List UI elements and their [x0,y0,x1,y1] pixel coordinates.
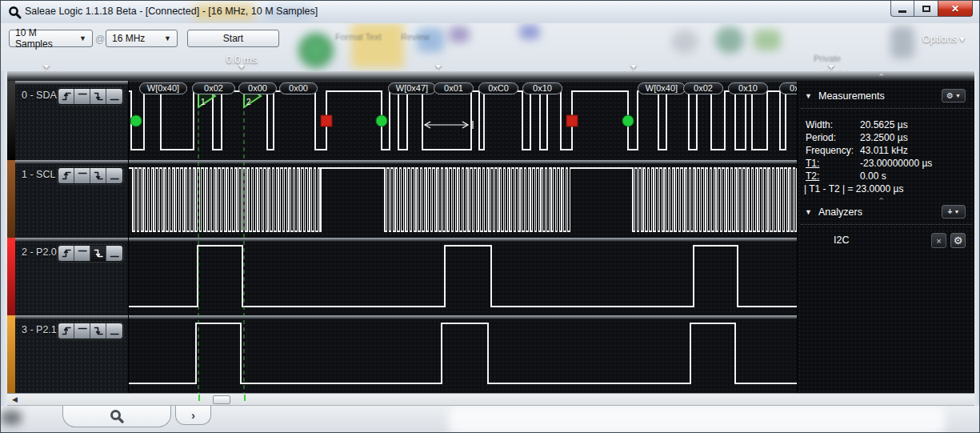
minimize-button[interactable] [890,1,914,17]
trigger-low-level-button[interactable] [106,323,122,339]
measurement-row: T1:-23.00000000 µs [806,158,969,170]
sample-rate-dropdown[interactable]: 16 MHz ▼ [106,30,178,47]
analyzers-title: Analyzers [818,206,862,218]
trigger-low-level-button[interactable] [106,246,122,261]
measurement-value: 20.5625 µs [860,119,908,130]
remove-analyzer-button[interactable]: × [931,233,946,248]
i2c-stop-marker [566,115,578,126]
trigger-button-group [58,167,123,184]
maximize-button[interactable] [914,1,938,17]
close-icon: × [936,236,941,246]
trigger-falling-edge-button[interactable] [90,246,106,261]
bleed-blob [671,30,698,54]
search-tab[interactable] [62,406,171,427]
bleed-blob [1,411,22,425]
trigger-button-group [58,245,123,262]
scrollbar-timing-tick [198,395,200,401]
trigger-falling-edge-button[interactable] [90,323,106,339]
top-strip [7,71,974,81]
samples-dropdown[interactable]: 10 M Samples ▼ [9,30,93,47]
trigger-rising-edge-button[interactable] [58,168,74,183]
horizontal-scrollbar[interactable]: ◀ [7,393,974,406]
i2c-decode-bubble: 0x02 [192,82,235,94]
samples-dropdown-value: 10 M Samples [15,27,71,50]
i2c-decode-bubble: 0x00 [279,82,318,94]
i2c-decode-bubble: 0x10 [522,82,562,94]
channel-2-label-block[interactable]: 2 - P2.0 [7,238,129,315]
channel-label: 1 - SCL [22,169,55,180]
falling-edge-icon [94,326,103,336]
measurement-value: -23.00000000 µs [860,158,932,169]
trigger-falling-edge-button[interactable] [90,89,106,104]
analyzers-header[interactable]: ▼ Analyzers +▼ [798,205,975,223]
i2c-stop-marker [321,115,332,126]
measurements-header[interactable]: ▼ Measurements ⚙▼ [798,89,975,106]
bleed-blob [715,26,744,54]
scrollbar-timing-tick [244,395,246,401]
i2c-decode-bubble: 0x00 [779,82,797,94]
channel-color-strip [7,315,15,393]
start-button[interactable]: Start [187,30,279,47]
trigger-rising-edge-button[interactable] [58,323,74,339]
timeline-tick-arrow [630,65,637,69]
waveform-plot[interactable]: 12 W[0x40]0x020x000x00W[0x47]0x010xC00x1… [129,81,797,393]
measurements-title: Measurements [818,90,885,102]
measurement-label: Frequency: [806,145,854,156]
bleed-blob [298,33,334,68]
section-collapse-notch[interactable]: ⌃ [878,198,885,204]
options-button[interactable]: Options ▾ [922,33,965,45]
rate-dropdown-value: 16 MHz [112,33,145,44]
trigger-low-level-button[interactable] [106,168,122,183]
chevron-down-icon: ▼ [156,34,171,42]
scroll-left-arrow-icon[interactable]: ◀ [12,395,18,403]
measurement-row: T2:0.00 s [806,170,969,183]
collapse-triangle-icon: ▼ [805,208,812,216]
i2c-decode-bubble: 0x00 [238,82,277,94]
trigger-high-level-button[interactable] [74,323,90,339]
analyzer-settings-button[interactable]: ⚙ [950,233,966,248]
toolbar: 10 M Samples ▼ @ 16 MHz ▼ Start Options … [1,23,980,71]
channel-0-label-block[interactable]: 0 - SDA [7,81,129,160]
timing-flag-number[interactable]: 2 [246,98,251,106]
measurement-link[interactable]: T2: [806,170,819,182]
measurement-link[interactable]: T1: [806,158,819,169]
measurement-label: Period: [806,132,836,143]
gear-icon: ⚙ [946,91,954,100]
app-logo-icon [8,6,22,19]
falling-edge-icon [94,91,103,102]
channel-color-strip [7,81,15,160]
timeline-tick-arrow [828,65,834,69]
trigger-low-level-button[interactable] [106,89,122,104]
measurement-row: Frequency:43.011 kHz [806,145,969,158]
channel-1-label-block[interactable]: 1 - SCL [7,160,129,238]
high-level-icon [78,326,87,336]
analyzer-row: I2C×⚙ [798,233,975,249]
trigger-rising-edge-button[interactable] [58,246,74,261]
panel-collapse-notch[interactable]: ⌃ [878,74,885,80]
expand-tab[interactable]: › [175,406,211,425]
chevron-down-icon: ▼ [71,34,86,42]
rising-edge-icon [62,326,71,336]
search-icon [109,408,125,424]
trigger-high-level-button[interactable] [74,168,90,183]
bleed-blob [449,26,470,42]
channel-3-label-block[interactable]: 3 - P2.1 [7,315,129,393]
timing-flag-number[interactable]: 1 [201,98,206,106]
measurement-row: Period:23.2500 µs [806,132,969,145]
trigger-high-level-button[interactable] [74,89,90,104]
side-panel: ▼ Measurements ⚙▼ Width:20.5625 µsPeriod… [797,81,974,393]
trigger-rising-edge-button[interactable] [58,89,74,104]
close-button[interactable]: ✕ [938,1,973,17]
add-analyzer-button[interactable]: +▼ [942,205,966,219]
i2c-decode-bubble: 0x01 [434,82,474,94]
measurements-settings-button[interactable]: ⚙▼ [942,89,966,102]
window-controls: ✕ [890,1,973,18]
channel-label: 3 - P2.1 [22,324,57,335]
trigger-high-level-button[interactable] [74,246,90,261]
scrollbar-thumb[interactable] [213,395,230,404]
bleed-blob [351,23,404,68]
trigger-falling-edge-button[interactable] [90,168,106,183]
window-frame-left [1,71,7,406]
high-level-icon [78,170,87,181]
channel-color-strip [7,160,15,238]
